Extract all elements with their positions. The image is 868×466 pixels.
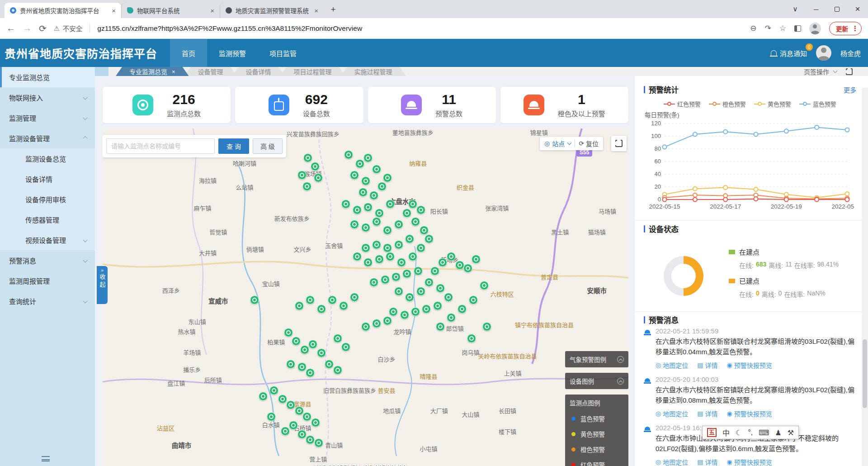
message-link-地图定位[interactable]: ◎地图定位: [656, 361, 688, 370]
sidebar-item[interactable]: 监测管理: [0, 108, 95, 128]
restore-button[interactable]: [826, 0, 847, 18]
monitoring-point-marker[interactable]: [350, 220, 359, 229]
monitoring-point-marker[interactable]: [328, 295, 337, 304]
monitoring-point-marker[interactable]: [430, 266, 439, 276]
sidebar-item[interactable]: 查询统计: [0, 291, 95, 311]
nav-item-首页[interactable]: 首页: [170, 39, 207, 67]
monitoring-point-marker[interactable]: [361, 176, 370, 185]
notifications-button[interactable]: 消息通知 0: [771, 48, 807, 58]
scrollbar[interactable]: [862, 88, 868, 466]
monitoring-point-marker[interactable]: [300, 345, 309, 354]
monitoring-point-marker[interactable]: [408, 252, 417, 261]
monitoring-point-marker[interactable]: [405, 293, 414, 302]
monitoring-point-marker[interactable]: [405, 234, 414, 243]
monitoring-point-marker[interactable]: [416, 287, 425, 296]
sidebar-item[interactable]: 专业监测总览: [0, 67, 95, 87]
message-link-预警快报预览[interactable]: ◉预警快报预览: [726, 361, 772, 370]
sidebar-item[interactable]: 视频设备管理: [0, 230, 95, 250]
message-link-地图定位[interactable]: ◎地图定位: [656, 457, 688, 466]
minimize-button[interactable]: ─: [806, 0, 826, 18]
ime-icon-1[interactable]: 中: [722, 427, 730, 438]
monitoring-point-marker[interactable]: [308, 340, 317, 349]
tab-actions-label[interactable]: 页签操作: [804, 67, 829, 76]
monitoring-point-marker[interactable]: [306, 295, 315, 304]
monitoring-point-marker[interactable]: [341, 342, 350, 352]
sidebar-collapse-icon[interactable]: [42, 456, 50, 461]
page-tab[interactable]: 设备详情: [232, 67, 285, 76]
ime-icon-6[interactable]: ⚒: [788, 428, 794, 437]
monitoring-point-marker[interactable]: [392, 272, 401, 281]
monitoring-point-marker[interactable]: [361, 223, 370, 232]
monitoring-point-marker[interactable]: [369, 278, 378, 287]
monitoring-point-marker[interactable]: [325, 360, 334, 369]
more-link[interactable]: 更多: [844, 85, 856, 94]
tab-close-icon[interactable]: ×: [110, 7, 118, 14]
message-link-详情[interactable]: ▤详情: [697, 361, 717, 370]
monitoring-point-marker[interactable]: [369, 191, 378, 200]
monitoring-point-marker[interactable]: [447, 313, 456, 322]
monitoring-point-marker[interactable]: [375, 209, 384, 218]
monitoring-point-marker[interactable]: [472, 255, 481, 264]
monitoring-point-marker[interactable]: [394, 240, 403, 249]
monitoring-point-marker[interactable]: [267, 412, 276, 421]
tab-close-icon[interactable]: ×: [312, 7, 320, 14]
monitoring-point-marker[interactable]: [372, 240, 381, 249]
monitoring-point-marker[interactable]: [420, 226, 429, 235]
page-tab[interactable]: 项目过程管理: [280, 67, 345, 76]
browser-tab[interactable]: 物联网平台系统×: [121, 3, 220, 18]
browser-tab[interactable]: 地质灾害监测预警管理系统×: [220, 3, 324, 18]
monitoring-point-marker[interactable]: [386, 200, 395, 209]
message-link-详情[interactable]: ▤详情: [697, 457, 717, 466]
nav-item-项目监管[interactable]: 项目监管: [258, 39, 308, 67]
monitoring-point-marker[interactable]: [306, 368, 315, 377]
monitoring-point-marker[interactable]: [381, 275, 390, 284]
sidebar-item[interactable]: 设备停用审核: [0, 189, 95, 209]
monitoring-point-marker[interactable]: [414, 266, 423, 276]
monitoring-point-marker[interactable]: [284, 328, 293, 337]
collapse-circle-icon[interactable]: [617, 378, 624, 385]
monitoring-point-marker[interactable]: [408, 200, 417, 209]
ime-icon-5[interactable]: ♟: [775, 428, 781, 437]
monitoring-point-marker[interactable]: [250, 295, 259, 304]
browser-menu-icon[interactable]: ⋮: [852, 24, 859, 33]
monitoring-point-marker[interactable]: [433, 301, 442, 310]
monitoring-point-marker[interactable]: [482, 322, 491, 331]
monitoring-point-marker[interactable]: [363, 258, 373, 267]
monitoring-point-marker[interactable]: [302, 182, 311, 191]
monitoring-point-marker[interactable]: [314, 173, 323, 182]
message-link-预警快报预览[interactable]: ◉预警快报预览: [726, 457, 772, 466]
message-link-详情[interactable]: ▤详情: [697, 409, 717, 418]
monitoring-point-marker[interactable]: [361, 322, 370, 331]
monitoring-point-marker[interactable]: [402, 269, 411, 278]
monitoring-point-marker[interactable]: [269, 386, 278, 395]
back-button[interactable]: ←: [6, 23, 15, 33]
page-tab[interactable]: 设备管理: [184, 67, 237, 76]
monitoring-point-marker[interactable]: [303, 153, 312, 162]
sidebar-item[interactable]: 监测设备总览: [0, 148, 95, 169]
sidebar-item[interactable]: 设备详情: [0, 169, 95, 189]
weather-legend-panel[interactable]: 气象预警图例: [565, 351, 628, 367]
sidebar-item[interactable]: 监测设备管理: [0, 128, 95, 148]
monitoring-point-marker[interactable]: [350, 171, 359, 180]
monitoring-point-marker[interactable]: [311, 418, 320, 427]
monitoring-point-marker[interactable]: [383, 243, 392, 252]
monitoring-point-marker[interactable]: [372, 217, 381, 226]
monitoring-point-marker[interactable]: [363, 203, 373, 212]
monitoring-point-marker[interactable]: [467, 334, 476, 343]
reset-button[interactable]: ⟳ 复位: [579, 139, 599, 148]
monitoring-point-marker[interactable]: [292, 337, 301, 346]
monitoring-point-marker[interactable]: [297, 362, 307, 371]
monitoring-point-marker[interactable]: [394, 287, 403, 296]
monitoring-point-marker[interactable]: [416, 205, 425, 214]
monitoring-point-marker[interactable]: [438, 258, 447, 267]
message-link-地图定位[interactable]: ◎地图定位: [656, 409, 688, 418]
monitoring-point-marker[interactable]: [355, 159, 364, 168]
monitoring-point-marker[interactable]: [458, 304, 467, 314]
side-panel-icon[interactable]: [794, 25, 801, 32]
monitoring-point-marker[interactable]: [397, 258, 406, 267]
monitoring-point-marker[interactable]: [350, 293, 359, 302]
monitoring-point-marker[interactable]: [353, 205, 362, 214]
monitoring-point-marker[interactable]: [372, 165, 381, 174]
map-fullscreen-button[interactable]: [611, 136, 627, 151]
legend-item[interactable]: 红色预警: [664, 100, 701, 108]
